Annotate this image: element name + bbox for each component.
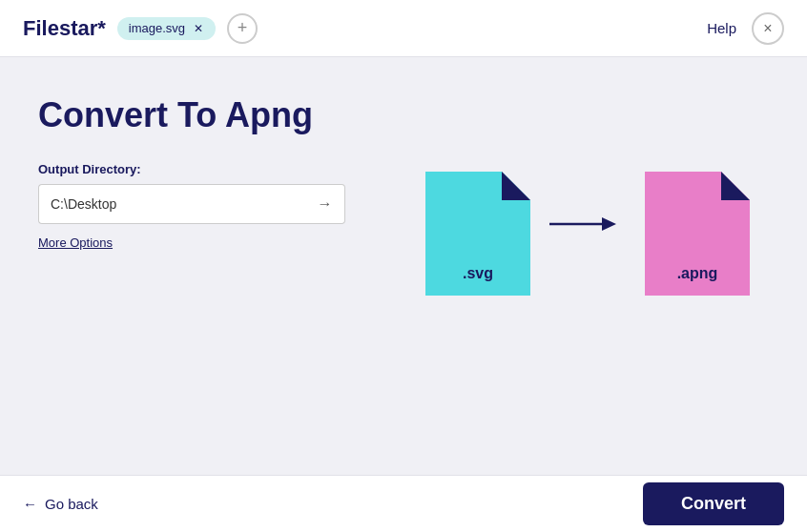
file-tag: image.svg ✕ — [117, 17, 216, 40]
add-file-button[interactable]: + — [227, 13, 258, 44]
back-arrow-icon: ← — [23, 496, 37, 512]
header-right: Help × — [707, 12, 784, 45]
file-tag-close-button[interactable]: ✕ — [191, 21, 206, 36]
plus-icon: + — [238, 18, 248, 38]
convert-button[interactable]: Convert — [643, 482, 784, 525]
directory-input[interactable] — [38, 184, 305, 224]
go-back-button[interactable]: ← Go back — [23, 496, 98, 512]
header-left: Filestar* image.svg ✕ + — [23, 13, 258, 44]
go-back-label: Go back — [45, 496, 98, 512]
conversion-illustration: .svg .apng — [425, 172, 750, 296]
svg-marker-5 — [721, 172, 750, 200]
footer: ← Go back Convert — [0, 475, 807, 532]
browse-button[interactable]: → — [305, 184, 345, 224]
svg-marker-1 — [502, 172, 530, 200]
target-file-icon: .apng — [645, 172, 750, 296]
app-title: Filestar* — [23, 16, 106, 41]
main-content: Convert To Apng Output Directory: → More… — [0, 57, 807, 475]
source-file-icon: .svg — [425, 172, 530, 296]
close-button[interactable]: × — [752, 12, 784, 45]
source-format-label: .svg — [463, 265, 493, 282]
help-link[interactable]: Help — [707, 20, 736, 36]
arrow-right-icon: → — [318, 195, 333, 213]
file-tag-label: image.svg — [129, 21, 185, 35]
conversion-arrow — [549, 210, 626, 257]
page-title: Convert To Apng — [38, 95, 769, 135]
svg-marker-3 — [602, 217, 616, 231]
close-icon: × — [763, 20, 772, 37]
target-format-label: .apng — [677, 265, 718, 282]
header: Filestar* image.svg ✕ + Help × — [0, 0, 807, 57]
